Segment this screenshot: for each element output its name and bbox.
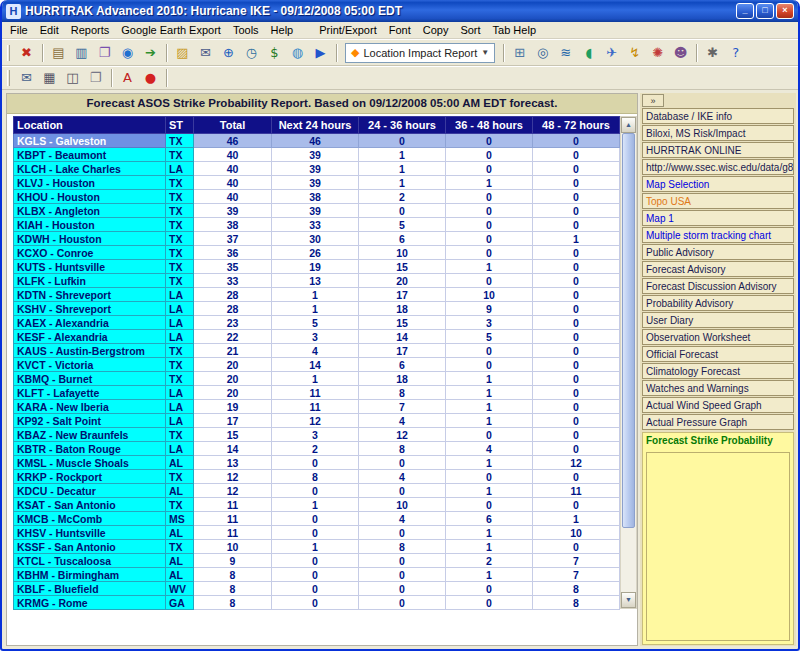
column-header-24-36-hours[interactable]: 24 - 36 hours [359,117,446,134]
table-row[interactable]: KAUS - Austin-BergstromTX2141700 [14,344,620,358]
table-row[interactable]: KLCH - Lake CharlesLA4039100 [14,162,620,176]
column-header-location[interactable]: Location [14,117,166,134]
print-icon[interactable]: ▦ [39,68,60,88]
scroll-down-icon[interactable]: ▼ [621,592,636,608]
sidebar-item-map-1[interactable]: Map 1 [642,210,794,226]
scroll-up-icon[interactable]: ▲ [621,117,636,133]
table-row[interactable]: KBLF - BluefieldWV80008 [14,582,620,596]
title-bar[interactable]: H HURRTRAK Advanced 2010: Hurricane IKE … [2,0,798,22]
menu-item-sort[interactable]: Sort [454,23,486,37]
minimize-button[interactable]: _ [736,3,754,19]
menu-item-file[interactable]: File [4,23,34,37]
menu-item-font[interactable]: Font [383,23,417,37]
settings-icon[interactable]: ✱ [702,43,723,63]
sidebar-item-climatology-forecast[interactable]: Climatology Forecast [642,363,794,379]
sidebar-item-forecast-discussion-advisory[interactable]: Forecast Discussion Advisory [642,278,794,294]
sidebar-item-hurrtrak-online[interactable]: HURRTRAK ONLINE [642,142,794,158]
table-row[interactable]: KDCU - DecaturAL1200111 [14,484,620,498]
sidebar-item-topo-usa[interactable]: Topo USA [642,193,794,209]
column-header-next-24-hours[interactable]: Next 24 hours [272,117,359,134]
sidebar-collapse-button[interactable]: » [642,94,664,107]
sidebar-item-probability-advisory[interactable]: Probability Advisory [642,295,794,311]
table-row[interactable]: KVCT - VictoriaTX2014600 [14,358,620,372]
scrollbar-thumb[interactable] [622,133,635,528]
play-icon[interactable]: ▶ [310,43,331,63]
table-row[interactable]: KBHM - BirminghamAL80017 [14,568,620,582]
column-header-total[interactable]: Total [194,117,272,134]
column-header-48-72-hours[interactable]: 48 - 72 hours [533,117,620,134]
folder-icon[interactable]: ▨ [172,43,193,63]
vertical-scrollbar[interactable]: ▲ ▼ [620,116,637,609]
menu-item-print-export[interactable]: Print/Export [313,23,382,37]
column-header-36-48-hours[interactable]: 36 - 48 hours [446,117,533,134]
zoom-icon[interactable]: ◎ [532,43,553,63]
table-row[interactable]: KBMQ - BurnetTX2011810 [14,372,620,386]
table-row[interactable]: KHOU - HoustonTX4038200 [14,190,620,204]
satellite-icon[interactable]: ✈ [601,43,622,63]
location-impact-report-dropdown[interactable]: ◆ Location Impact Report ▼ [345,43,495,63]
table-row[interactable]: KLBX - AngletonTX3939000 [14,204,620,218]
sidebar-item-watches-and-warnings[interactable]: Watches and Warnings [642,380,794,396]
table-row[interactable]: KSAT - San AntonioTX1111000 [14,498,620,512]
sidebar-item-biloxi-ms-risk-impact[interactable]: Biloxi, MS Risk/Impact [642,125,794,141]
table-row[interactable]: KCXO - ConroeTX36261000 [14,246,620,260]
menu-item-tools[interactable]: Tools [227,23,265,37]
mail-icon[interactable]: ✉ [16,68,37,88]
export-icon[interactable]: ➔ [140,43,161,63]
web-icon[interactable]: ◍ [287,43,308,63]
sidebar-item-database-ike-info[interactable]: Database / IKE info [642,108,794,124]
column-header-st[interactable]: ST [166,117,194,134]
table-row[interactable]: KSSF - San AntonioTX101810 [14,540,620,554]
menu-item-edit[interactable]: Edit [34,23,65,37]
sidebar-item-multiple-storm-tracking-chart[interactable]: Multiple storm tracking chart [642,227,794,243]
table-row[interactable]: KSHV - ShreveportLA2811890 [14,302,620,316]
table-row[interactable]: KDTN - ShreveportLA28117100 [14,288,620,302]
toolbar-grip[interactable] [7,70,10,86]
sidebar-item-public-advisory[interactable]: Public Advisory [642,244,794,260]
table-row[interactable]: KRMG - RomeGA80008 [14,596,620,610]
table-row[interactable]: KDWH - HoustonTX3730601 [14,232,620,246]
exit-icon[interactable]: ✖ [16,43,37,63]
table-row[interactable]: KBPT - BeaumontTX4039100 [14,148,620,162]
close-button[interactable]: × [776,3,794,19]
table-row[interactable]: KHSV - HuntsvilleAL1100110 [14,526,620,540]
cyclone-icon[interactable]: ✺ [647,43,668,63]
print-preview-icon[interactable]: ◫ [62,68,83,88]
help-icon[interactable]: ? [725,43,746,63]
users-icon[interactable]: ☻ [670,43,691,63]
toolbar-grip[interactable] [7,45,10,61]
lightning-icon[interactable]: ↯ [624,43,645,63]
sidebar-item-map-selection[interactable]: Map Selection [642,176,794,192]
sidebar-item-forecast-advisory[interactable]: Forecast Advisory [642,261,794,277]
sidebar-item-actual-wind-speed-graph[interactable]: Actual Wind Speed Graph [642,397,794,413]
table-row[interactable]: KLVJ - HoustonTX4039110 [14,176,620,190]
dollar-icon[interactable]: $ [264,43,285,63]
table-row[interactable]: KUTS - HuntsvilleTX35191510 [14,260,620,274]
table-row[interactable]: KARA - New IberiaLA1911710 [14,400,620,414]
sidebar-item-official-forecast[interactable]: Official Forecast [642,346,794,362]
sidebar-item-actual-pressure-graph[interactable]: Actual Pressure Graph [642,414,794,430]
table-row[interactable]: KBAZ - New BraunfelsTX1531200 [14,428,620,442]
sidebar-item-observation-worksheet[interactable]: Observation Worksheet [642,329,794,345]
menu-item-tab-help[interactable]: Tab Help [487,23,542,37]
font-icon[interactable]: A [117,68,138,88]
table-row[interactable]: KMSL - Muscle ShoalsAL1300112 [14,456,620,470]
menu-item-copy[interactable]: Copy [417,23,455,37]
wave-chart-icon[interactable]: ≋ [555,43,576,63]
menu-item-google-earth-export[interactable]: Google Earth Export [115,23,227,37]
menu-item-help[interactable]: Help [265,23,300,37]
table-row[interactable]: KLFK - LufkinTX33132000 [14,274,620,288]
table-row[interactable]: KP92 - Salt PointLA1712410 [14,414,620,428]
maximize-button[interactable]: □ [756,3,774,19]
map-icon[interactable]: ⊞ [509,43,530,63]
google-earth-icon[interactable]: ◉ [117,43,138,63]
globe-icon[interactable]: ⊕ [218,43,239,63]
table-row[interactable]: KIAH - HoustonTX3833500 [14,218,620,232]
scrollbar-track[interactable] [621,133,636,592]
table-row[interactable]: KRKP - RockportTX128400 [14,470,620,484]
sidebar-item-user-diary[interactable]: User Diary [642,312,794,328]
table-row[interactable]: KESF - AlexandriaLA2231450 [14,330,620,344]
clock-icon[interactable]: ◷ [241,43,262,63]
table-row[interactable]: KGLS - GalvestonTX4646000 [14,134,620,148]
report-icon[interactable]: ▥ [71,43,92,63]
